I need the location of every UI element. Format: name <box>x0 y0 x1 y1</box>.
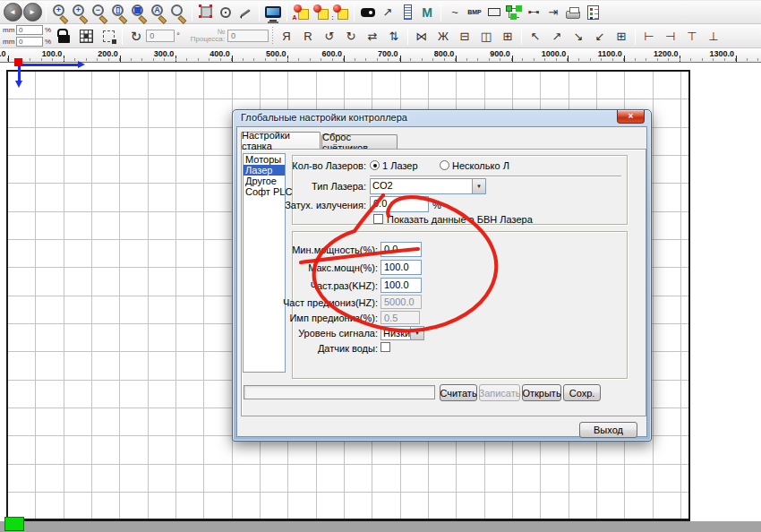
chevron-down-icon[interactable]: ▼ <box>410 327 423 339</box>
back-icon[interactable]: ◄ <box>3 2 22 22</box>
open-button[interactable]: Открыть <box>522 384 561 401</box>
ruler-label: 900.0 <box>469 49 510 58</box>
gap-horizontal-icon[interactable]: ⇤⇥ <box>524 2 543 22</box>
center-vertical-icon[interactable]: Ж <box>433 26 453 47</box>
ruler-label: 0.0 <box>0 49 6 58</box>
center-horizontal-icon[interactable]: ⋈ <box>412 26 432 47</box>
laser-head-icon[interactable] <box>358 2 378 22</box>
close-icon[interactable]: × <box>617 110 645 124</box>
read-button[interactable]: Считать <box>440 384 477 401</box>
status-bar <box>244 385 435 399</box>
move-bottom-right-icon[interactable]: ↘ <box>569 26 588 47</box>
preionization-freq-field[interactable]: 5000.0 <box>380 295 422 309</box>
attenuation-field[interactable]: 0.0 <box>370 196 429 212</box>
ruler-label: 1000.0 <box>525 49 566 58</box>
rotate-icon[interactable]: ↻ <box>126 26 146 47</box>
tab-counter-reset[interactable]: Сброс счётчиков <box>321 134 398 149</box>
toolbar-row-1: ◄►++−▯▩AA:↗M~BMP⇤⇥⇥ <box>0 0 761 24</box>
ruler-major-tick <box>175 56 176 62</box>
simulate-marked-icon[interactable]: A <box>291 2 311 22</box>
simulate-fast-icon[interactable]: : <box>330 2 350 22</box>
zoom-page-icon[interactable]: ▯ <box>109 2 129 22</box>
radio-one-laser[interactable] <box>370 160 380 170</box>
ruler-major-tick <box>568 56 569 62</box>
bitmap-icon[interactable]: BMP <box>465 2 484 22</box>
preionization-pulse-label: Имп предиониз(%): <box>246 313 378 323</box>
percent-label-x: % <box>45 26 51 34</box>
rotate-ccw-icon[interactable]: ↺ <box>320 26 339 47</box>
dialog-title[interactable]: Глобальные настройки контроллера <box>241 112 407 123</box>
mirror-horizontal-icon[interactable]: Я <box>277 26 296 47</box>
same-width-icon[interactable]: ⊟ <box>455 26 475 47</box>
skew-horizontal-icon[interactable]: ⇄ <box>363 26 382 47</box>
simulate-icon[interactable] <box>311 2 330 22</box>
y-position-field[interactable]: 0 <box>16 37 43 47</box>
rectangle-icon[interactable] <box>484 2 504 22</box>
array-grid-icon[interactable] <box>76 26 96 47</box>
same-size-icon[interactable]: ⊞ <box>498 26 517 47</box>
preview-monitor-icon[interactable] <box>263 2 283 22</box>
max-power-label: Макс.мощн(%): <box>246 262 378 273</box>
show-laser-data-checkbox[interactable] <box>373 214 383 224</box>
laser-count-label: Кол-во Лазеров: <box>246 160 366 171</box>
gap-right-icon[interactable]: ⇥ <box>543 2 563 22</box>
zoom-selection-icon[interactable]: ▩ <box>129 2 149 22</box>
rotate-cw-icon[interactable]: ↻ <box>341 26 361 47</box>
move-bottom-left-icon[interactable]: ↙ <box>590 26 610 47</box>
discharge-freq-field[interactable]: 100.0 <box>380 278 422 293</box>
resize-page-icon[interactable] <box>98 26 118 47</box>
zoom-window-icon[interactable]: + <box>50 2 70 22</box>
skew-vertical-icon[interactable]: ⇅ <box>384 26 404 47</box>
node-edit-icon[interactable] <box>504 2 524 22</box>
process-number-field[interactable]: 0 <box>227 30 269 42</box>
forward-icon[interactable]: ► <box>22 2 42 22</box>
dialog-client-area: Настройки станка Сброс счётчиков Моторы … <box>236 126 647 437</box>
zoom-in-icon[interactable]: + <box>70 2 90 22</box>
rotate-angle-field[interactable]: 0 <box>146 30 175 42</box>
ruler-major-tick <box>680 56 680 62</box>
zoom-all-icon[interactable]: A <box>149 2 168 22</box>
select-frame-icon[interactable] <box>196 2 216 22</box>
move-top-left-icon[interactable]: ↖ <box>526 26 545 47</box>
same-height-icon[interactable]: ◫ <box>476 26 496 47</box>
align-top-icon[interactable]: ⊤ <box>682 26 702 47</box>
align-right-icon[interactable]: ⊣ <box>661 26 680 47</box>
min-power-field[interactable]: 0.0 <box>380 242 422 257</box>
max-power-field[interactable]: 100.0 <box>380 260 422 275</box>
radio-multiple-lasers[interactable] <box>440 160 449 170</box>
radio-multiple-lasers-label: Несколько Л <box>452 160 509 171</box>
m-command-icon[interactable]: M <box>417 2 437 22</box>
save-button[interactable]: Сохр. <box>563 384 601 401</box>
measure-ruler-icon[interactable] <box>398 2 417 22</box>
mirror-vertical-icon[interactable]: R <box>298 26 318 47</box>
ruler-major-tick <box>624 56 625 62</box>
laser-type-select[interactable]: CO2 ▼ <box>370 178 486 194</box>
origin-marker <box>14 58 22 66</box>
ruler-major-tick <box>232 56 233 62</box>
exit-button[interactable]: Выход <box>579 422 637 438</box>
attenuation-unit-label: % <box>432 200 441 210</box>
zoom-pan-icon[interactable] <box>168 2 188 22</box>
tab-machine-settings[interactable]: Настройки станка <box>241 132 321 149</box>
pick-point-icon[interactable] <box>216 2 235 22</box>
write-button[interactable]: Записать <box>479 384 520 401</box>
output-device-icon[interactable] <box>563 2 583 22</box>
preionization-freq-label: Част предиониз(HZ): <box>246 297 378 308</box>
signal-level-select[interactable]: Низкий ▼ <box>380 326 424 340</box>
zoom-out-icon[interactable]: − <box>90 2 109 22</box>
draw-pen-icon[interactable] <box>235 2 255 22</box>
x-position-field[interactable]: 0 <box>16 25 43 35</box>
global-controller-settings-dialog: Глобальные настройки контроллера × Настр… <box>232 109 652 442</box>
layer-list-icon[interactable] <box>583 2 603 22</box>
preionization-pulse-field[interactable]: 0.5 <box>380 311 420 324</box>
move-to-point-icon[interactable]: ↗ <box>378 2 398 22</box>
chevron-down-icon[interactable]: ▼ <box>472 179 485 193</box>
curve-icon[interactable]: ~ <box>445 2 465 22</box>
move-top-right-icon[interactable]: ↗ <box>547 26 567 47</box>
align-bottom-icon[interactable]: ⊥ <box>704 26 723 47</box>
ruler-label: 500.0 <box>244 49 286 58</box>
lock-ratio-icon[interactable] <box>54 26 73 47</box>
water-sensor-checkbox[interactable] <box>380 342 390 352</box>
move-center-icon[interactable]: ⊞ <box>611 26 631 47</box>
align-left-icon[interactable]: ⊢ <box>639 26 659 47</box>
